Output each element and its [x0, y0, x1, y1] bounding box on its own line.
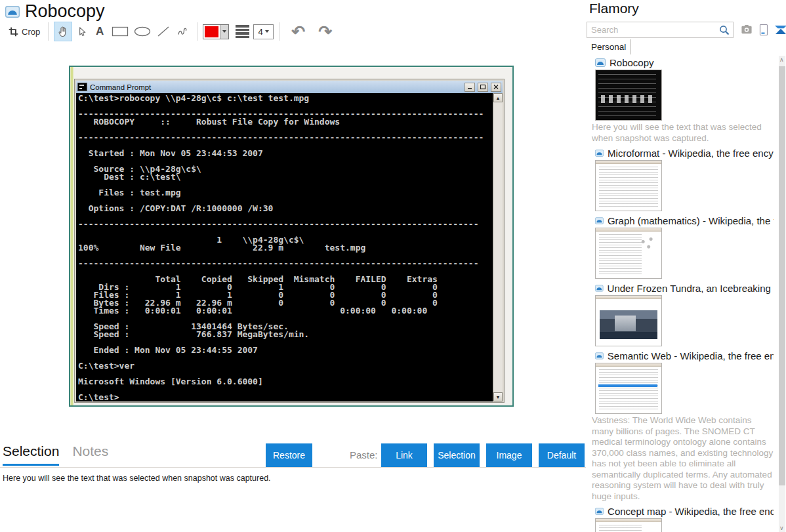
- search-input[interactable]: [587, 22, 734, 38]
- cursor-icon: [75, 25, 88, 38]
- item-thumbnail[interactable]: [595, 518, 662, 532]
- document-icon[interactable]: [758, 24, 770, 37]
- flamory-item-icon: [595, 352, 604, 360]
- selection-text: Here you will see the text that was sele…: [3, 474, 271, 483]
- line-width-value: 4: [259, 27, 263, 37]
- bottom-tabs: Selection Notes: [3, 443, 108, 466]
- scrollbar-thumb[interactable]: [779, 66, 785, 485]
- flamory-item-icon: [595, 284, 604, 293]
- rectangle-tool-button[interactable]: [109, 22, 131, 41]
- chevron-down-icon: [222, 30, 226, 33]
- item-thumbnail[interactable]: [595, 228, 662, 279]
- terminal-body: C:\test>robocopy \\p4-28g\c$ c:\test tes…: [76, 93, 503, 401]
- tab-notes[interactable]: Notes: [72, 443, 108, 466]
- ellipse-tool-button[interactable]: [131, 22, 154, 41]
- flamory-item-icon: [595, 507, 604, 516]
- list-item[interactable]: Robocopy Here you will see the text that…: [591, 57, 774, 144]
- item-thumbnail[interactable]: [595, 70, 662, 121]
- page-title: Robocopy: [25, 1, 105, 22]
- current-color-swatch: [205, 26, 218, 37]
- personal-tab-label: Personal: [591, 42, 626, 52]
- close-icon: [491, 83, 501, 92]
- toolbar-separator: [197, 22, 197, 41]
- item-title: Semantic Web - Wikipedia, the free encyc…: [608, 350, 774, 361]
- page-header: Robocopy: [5, 1, 105, 22]
- camera-icon[interactable]: [740, 24, 753, 35]
- bottom-bar: Selection Notes Restore Paste: Link Sele…: [0, 443, 586, 468]
- crop-label: Crop: [22, 27, 40, 37]
- line-width-dropdown[interactable]: 4: [253, 24, 274, 39]
- toolbar-separator: [48, 22, 49, 41]
- list-item[interactable]: Under Frozen Tundra, an Icebreaking Ship…: [591, 283, 774, 346]
- item-title: Robocopy: [610, 57, 774, 68]
- command-prompt-window: Command Prompt C:\test>robocopy \\p4-28g…: [74, 79, 505, 403]
- terminal-scrollbar: ▲ ▼: [493, 93, 503, 401]
- item-title: Concept map - Wikipedia, the free encycl…: [608, 506, 774, 517]
- command-prompt-title: Command Prompt: [90, 83, 462, 91]
- command-prompt-titlebar: Command Prompt: [76, 81, 503, 93]
- freehand-tool-button[interactable]: [173, 22, 192, 41]
- sidebar-title: Flamory: [589, 1, 639, 16]
- hand-icon: [56, 24, 70, 39]
- chevron-down-icon[interactable]: ∨: [779, 525, 785, 531]
- item-thumbnail[interactable]: [595, 363, 662, 414]
- maximize-icon: [478, 83, 488, 92]
- flamory-item-icon: [595, 58, 606, 67]
- list-item[interactable]: Concept map - Wikipedia, the free encycl…: [591, 506, 774, 532]
- flamory-logo-icon[interactable]: [774, 24, 786, 35]
- line-tool-button[interactable]: [154, 22, 173, 41]
- redo-icon: ↷: [314, 24, 336, 40]
- item-description: Vastness: The World Wide Web contains ma…: [592, 415, 774, 502]
- select-tool-button[interactable]: [72, 22, 91, 41]
- item-title: Under Frozen Tundra, an Icebreaking Ship…: [608, 283, 774, 294]
- cmd-icon: [77, 83, 87, 91]
- flamory-item-icon: [595, 216, 604, 225]
- line-icon: [156, 25, 171, 38]
- toolbar-separator: [279, 22, 279, 41]
- search-icon[interactable]: [718, 24, 730, 36]
- line-width-icon[interactable]: [236, 25, 249, 38]
- item-thumbnail[interactable]: [595, 160, 662, 211]
- sidebar-scrollbar[interactable]: ∧ ∨: [779, 56, 785, 532]
- paste-image-button[interactable]: Image: [486, 443, 532, 467]
- restore-button[interactable]: Restore: [266, 443, 312, 467]
- main-panel: Robocopy Crop A: [0, 0, 586, 532]
- list-item[interactable]: Semantic Web - Wikipedia, the free encyc…: [591, 350, 774, 502]
- text-tool-button[interactable]: A: [91, 22, 109, 41]
- list-item[interactable]: Graph (mathematics) - Wikipedia, the fre…: [591, 215, 774, 279]
- color-dropdown-button[interactable]: [220, 25, 228, 39]
- desktop-background-strip: [70, 67, 73, 405]
- paste-label: Paste:: [350, 449, 378, 460]
- ellipse-icon: [134, 26, 151, 37]
- item-title: Graph (mathematics) - Wikipedia, the fre…: [608, 215, 774, 226]
- crop-icon: [8, 26, 19, 37]
- history-item-list: Robocopy Here you will see the text that…: [591, 56, 774, 532]
- list-item[interactable]: Microformat - Wikipedia, the free encycl…: [591, 148, 774, 211]
- paste-selection-button[interactable]: Selection: [434, 443, 480, 467]
- item-thumbnail[interactable]: [595, 295, 662, 346]
- scroll-up-icon: ▲: [493, 93, 503, 102]
- item-title: Microformat - Wikipedia, the free encycl…: [608, 148, 774, 159]
- minimize-icon: [465, 83, 475, 92]
- paste-link-button[interactable]: Link: [381, 443, 427, 467]
- rectangle-icon: [112, 26, 129, 37]
- flamory-sidebar: Flamory Personal Robocopy: [586, 0, 786, 532]
- item-description: Here you will see the text that was sele…: [592, 122, 774, 144]
- flamory-snapshot-icon: [5, 6, 20, 18]
- chevron-up-icon[interactable]: ∧: [779, 57, 785, 62]
- chevron-down-icon: [265, 30, 269, 33]
- terminal-text: C:\test>robocopy \\p4-28g\c$ c:\test tes…: [78, 94, 493, 401]
- color-picker[interactable]: [203, 24, 229, 39]
- crop-button[interactable]: Crop: [5, 22, 43, 41]
- squiggle-icon: [176, 25, 189, 38]
- snapshot-image[interactable]: Command Prompt C:\test>robocopy \\p4-28g…: [69, 66, 514, 407]
- scroll-down-icon: ▼: [493, 392, 503, 401]
- redo-button[interactable]: ↷: [312, 22, 339, 41]
- paste-default-button[interactable]: Default: [539, 443, 585, 467]
- hand-tool-button[interactable]: [54, 22, 72, 41]
- flamory-item-icon: [595, 149, 604, 157]
- undo-icon: ↶: [287, 24, 309, 40]
- tab-selection[interactable]: Selection: [3, 443, 59, 466]
- undo-button[interactable]: ↶: [285, 22, 312, 41]
- tab-personal[interactable]: Personal: [586, 39, 631, 54]
